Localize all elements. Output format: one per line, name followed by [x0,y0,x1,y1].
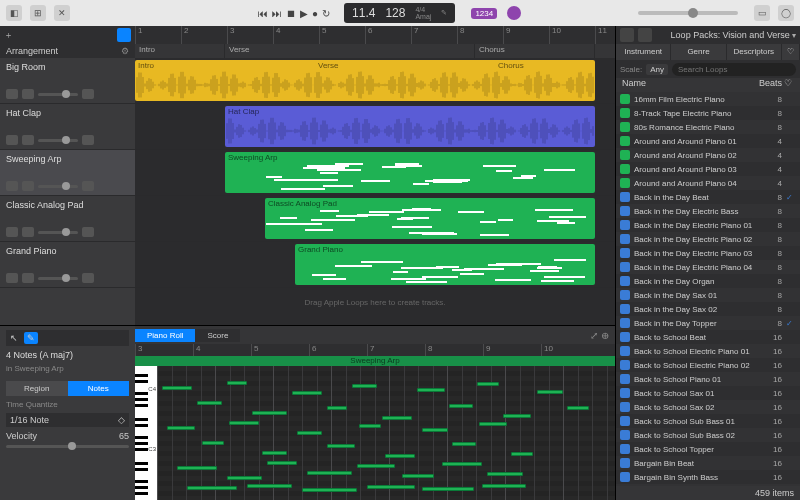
loop-item[interactable]: Back to School Topper16 [616,442,800,456]
region[interactable]: Grand Piano [295,244,595,285]
loop-item[interactable]: Back to School Piano 0116 [616,372,800,386]
filter-button[interactable] [117,28,131,42]
midi-note[interactable] [357,464,395,468]
midi-note[interactable] [162,386,192,390]
midi-note[interactable] [449,404,473,408]
mute-button[interactable] [6,135,18,145]
midi-note[interactable] [382,416,412,420]
loop-item[interactable]: Around and Around Piano 014 [616,134,800,148]
midi-note[interactable] [367,485,415,489]
midi-note[interactable] [422,487,474,491]
track-lane[interactable]: Classic Analog Pad [135,196,615,242]
velocity-slider[interactable] [6,445,129,448]
midi-note[interactable] [487,472,523,476]
midi-note[interactable] [442,462,482,466]
track-header[interactable]: Grand Piano [0,242,135,288]
track-lane[interactable]: Sweeping Arp [135,150,615,196]
loop-item[interactable]: Bargain Bin Beat16 [616,456,800,470]
track-volume-slider[interactable] [38,231,78,234]
favorites-tab[interactable]: ♡ [782,44,800,60]
master-volume-slider[interactable] [638,11,738,15]
loop-item[interactable]: 16mm Film Electric Piano8 [616,92,800,106]
library-icon[interactable]: ◧ [6,5,22,21]
midi-note[interactable] [252,411,287,415]
solo-button[interactable] [22,181,34,191]
arrangement-marker[interactable]: Verse [225,44,475,58]
browser-tab[interactable]: Instrument [616,44,671,60]
rewind-button[interactable]: ⏮ [258,8,268,19]
midi-note[interactable] [302,488,357,492]
browser-tab[interactable]: Descriptors [727,44,782,60]
loop-item[interactable]: Around and Around Piano 034 [616,162,800,176]
user-icon[interactable] [507,6,521,20]
midi-note[interactable] [352,384,377,388]
editor-tab[interactable]: Score [195,329,240,342]
midi-note[interactable] [227,381,247,385]
headphone-icon[interactable] [82,227,94,237]
mute-button[interactable] [6,181,18,191]
inspector-tab[interactable]: Notes [68,381,130,396]
midi-note[interactable] [187,486,237,490]
loop-view-icon[interactable] [620,28,634,42]
midi-note[interactable] [417,388,445,392]
loop-item[interactable]: Back in the Day Beat8✓ [616,190,800,204]
track-volume-slider[interactable] [38,139,78,142]
arrangement-marker[interactable]: Chorus [475,44,595,58]
loop-item[interactable]: Back in the Day Electric Bass8 [616,204,800,218]
arrangement-gear-icon[interactable]: ⚙ [121,46,129,56]
loop-item[interactable]: Back in the Day Organ8 [616,274,800,288]
controls-icon[interactable]: ⊞ [30,5,46,21]
arrangement-marker[interactable]: Intro [135,44,225,58]
midi-note[interactable] [307,471,352,475]
midi-note[interactable] [292,391,322,395]
record-button[interactable]: ● [312,8,318,19]
arrangement-markers[interactable]: IntroVerseChorus [135,44,615,58]
solo-button[interactable] [22,89,34,99]
scale-select[interactable]: Any [646,64,668,75]
midi-note[interactable] [197,401,222,405]
col-beats[interactable]: Beats [759,78,782,92]
piano-keys[interactable]: C4C3 [135,366,157,500]
pointer-tool-icon[interactable]: ↖ [10,333,18,343]
region[interactable]: Classic Analog Pad [265,198,595,239]
loop-item[interactable]: 8-Track Tape Electric Piano8 [616,106,800,120]
solo-button[interactable] [22,227,34,237]
piano-ruler[interactable]: 345678910 [135,344,615,356]
col-fav-icon[interactable]: ♡ [782,78,794,92]
mute-button[interactable] [6,89,18,99]
loop-item[interactable]: Back in the Day Electric Piano 048 [616,260,800,274]
headphone-icon[interactable] [82,89,94,99]
midi-note[interactable] [537,390,563,394]
timeline[interactable]: 1234567891011 IntroVerseChorus IntroVers… [135,26,615,325]
editor-tab[interactable]: Piano Roll [135,329,195,342]
midi-note[interactable] [297,431,322,435]
loop-item[interactable]: Back in the Day Electric Piano 018 [616,218,800,232]
favorite-icon[interactable]: ✓ [786,193,796,202]
midi-note[interactable] [479,422,507,426]
count-badge[interactable]: 1234 [471,8,497,19]
region[interactable]: Sweeping Arp [225,152,595,193]
midi-note[interactable] [567,406,589,410]
search-input[interactable] [672,63,796,76]
smart-controls-icon[interactable]: ✕ [54,5,70,21]
midi-note[interactable] [327,444,355,448]
headphone-icon[interactable] [82,273,94,283]
edit-icon[interactable]: ✎ [441,9,447,17]
notepad-icon[interactable]: ▭ [754,5,770,21]
midi-note[interactable] [229,421,259,425]
loop-item[interactable]: Back in the Day Sax 028 [616,302,800,316]
region[interactable]: IntroVerseChorus [135,60,595,101]
browser-tab[interactable]: Genre [671,44,726,60]
pencil-tool-icon[interactable]: ✎ [24,332,38,344]
midi-note[interactable] [262,451,287,455]
track-lane[interactable]: Hat Clap [135,104,615,150]
loop-item[interactable]: Back to School Sax 0116 [616,386,800,400]
loop-item[interactable]: Back to School Sub Bass 0116 [616,414,800,428]
track-header[interactable]: Big Room [0,58,135,104]
loop-item[interactable]: Back in the Day Electric Piano 038 [616,246,800,260]
loop-item[interactable]: Back in the Day Topper8✓ [616,316,800,330]
midi-note[interactable] [327,406,347,410]
mute-button[interactable] [6,227,18,237]
solo-button[interactable] [22,135,34,145]
track-volume-slider[interactable] [38,277,78,280]
